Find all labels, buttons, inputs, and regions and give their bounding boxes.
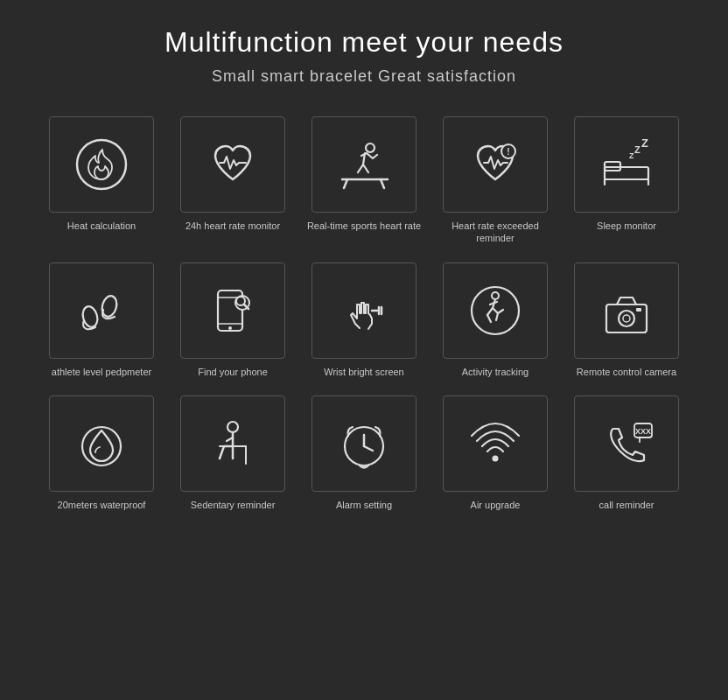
svg-point-27 <box>492 292 499 299</box>
label-heat-calculation: Heat calculation <box>67 220 136 232</box>
label-wrist-bright: Wrist bright screen <box>324 366 404 378</box>
svg-point-39 <box>493 455 499 461</box>
main-title: Multifunction meet your needs <box>164 26 564 59</box>
fire-icon <box>71 134 132 195</box>
feature-find-phone: Find your phone <box>172 262 294 378</box>
label-heart-rate: 24h heart rate monitor <box>186 220 280 232</box>
svg-text:XXX: XXX <box>635 427 651 436</box>
feature-heat-calculation: Heat calculation <box>40 116 163 245</box>
main-container: Multifunction meet your needs Small smar… <box>0 0 728 700</box>
svg-line-4 <box>344 179 347 188</box>
feature-activity: Activity tracking <box>434 262 556 378</box>
alarm-icon <box>333 413 395 474</box>
footsteps-icon <box>71 280 132 341</box>
label-alarm: Alarm setting <box>336 499 392 511</box>
svg-rect-31 <box>636 308 641 312</box>
icon-box-find-phone <box>180 262 285 359</box>
heart-alert-icon: ! <box>465 134 526 195</box>
features-grid: Heat calculation 24h heart rate monitor <box>40 116 688 511</box>
sitting-icon <box>202 413 263 474</box>
svg-point-32 <box>82 427 121 466</box>
label-waterproof: 20meters waterproof <box>58 499 146 511</box>
icon-box-heart-rate <box>180 116 285 213</box>
feature-sleep: Z Z Z Sleep monitor <box>565 116 688 245</box>
svg-text:!: ! <box>507 147 509 157</box>
icon-box-call: XXX <box>574 396 679 492</box>
label-sports-heart: Real-time sports heart rate <box>307 220 421 232</box>
icon-box-camera <box>574 262 679 359</box>
label-air-upgrade: Air upgrade <box>471 499 521 511</box>
svg-point-1 <box>366 144 374 152</box>
label-find-phone: Find your phone <box>198 366 268 378</box>
feature-wrist-bright: Wrist bright screen <box>303 262 425 378</box>
subtitle: Small smart bracelet Great satisfaction <box>212 67 516 86</box>
sleep-icon: Z Z Z <box>596 134 657 195</box>
activity-icon <box>465 280 526 341</box>
svg-line-3 <box>381 179 384 188</box>
feature-waterproof: 20meters waterproof <box>40 396 163 511</box>
label-call-reminder: call reminder <box>599 499 654 511</box>
feature-sedentary: Sedentary reminder <box>172 396 294 511</box>
svg-point-29 <box>619 311 634 326</box>
svg-rect-7 <box>605 167 648 179</box>
svg-point-0 <box>77 140 126 189</box>
camera-icon <box>596 280 657 341</box>
feature-sports-heart: Real-time sports heart rate <box>303 116 425 245</box>
label-heart-alert: Heart rate exceeded reminder <box>434 220 556 245</box>
label-sedentary: Sedentary reminder <box>191 499 276 511</box>
svg-point-19 <box>228 326 232 330</box>
icon-box-alarm <box>312 396 416 492</box>
icon-box-sleep: Z Z Z <box>574 116 679 213</box>
svg-point-33 <box>228 422 238 432</box>
svg-point-30 <box>623 315 630 322</box>
wrist-screen-icon <box>333 280 395 341</box>
feature-camera: Remote control camera <box>565 262 688 378</box>
call-icon: XXX <box>596 413 657 474</box>
icon-box-sedentary <box>180 396 285 492</box>
label-camera: Remote control camera <box>577 366 676 378</box>
label-sleep: Sleep monitor <box>597 220 656 232</box>
icon-box-pedometer <box>49 262 154 359</box>
feature-alarm: Alarm setting <box>303 396 425 511</box>
icon-box-heart-alert: ! <box>443 116 548 213</box>
label-activity: Activity tracking <box>462 366 528 378</box>
runner-icon <box>333 134 395 195</box>
phone-search-icon <box>202 280 263 341</box>
heart-ecg-icon <box>202 134 263 195</box>
icon-box-wrist-bright <box>312 262 416 359</box>
feature-heart-rate: 24h heart rate monitor <box>172 116 294 245</box>
label-pedometer: athlete level pedpmeter <box>52 366 151 378</box>
icon-box-sports <box>312 116 416 213</box>
svg-text:Z: Z <box>634 144 640 155</box>
svg-line-38 <box>364 446 373 451</box>
icon-box-activity <box>443 262 548 359</box>
icon-box-air-upgrade <box>443 396 548 492</box>
icon-box-heat <box>49 116 154 213</box>
feature-air-upgrade: Air upgrade <box>434 396 556 511</box>
icon-box-waterproof <box>49 396 154 492</box>
water-icon <box>71 413 132 474</box>
wifi-icon <box>465 413 526 474</box>
feature-call-reminder: XXX call reminder <box>565 396 688 511</box>
feature-pedometer: athlete level pedpmeter <box>40 262 163 378</box>
feature-heart-alert: ! Heart rate exceeded reminder <box>434 116 556 245</box>
svg-text:Z: Z <box>641 136 648 150</box>
